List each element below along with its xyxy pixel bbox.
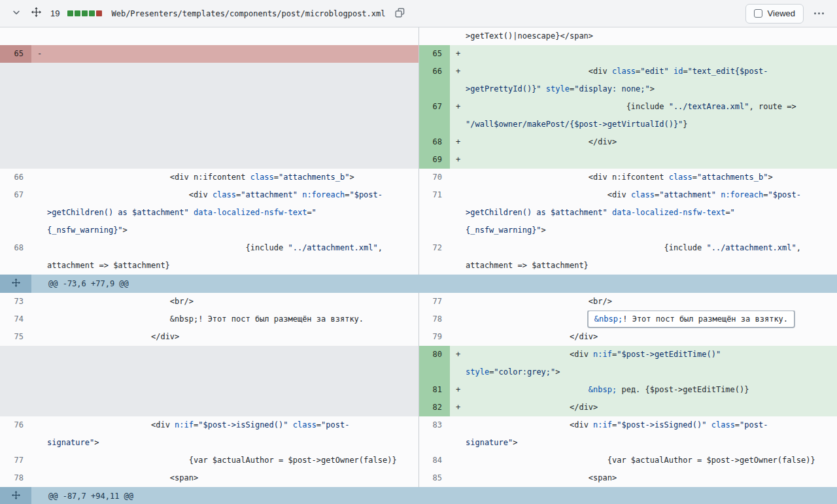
diff-row: attachment => $attachment}attachment => … [0,257,837,275]
code-token: {_nsfw_warning}" [466,226,541,235]
line-number[interactable]: 85 [418,469,450,487]
hunk-header: @@ -73,6 +77,9 @@ [31,275,837,293]
line-number[interactable]: 68 [418,133,450,151]
diffstat-square [67,10,73,16]
line-number [0,399,31,416]
line-number[interactable]: 66 [418,63,450,80]
diff-row: 67 <div class="attachment" n:foreach="$p… [0,186,837,204]
diff-row: 82+ </div> [0,399,837,416]
line-number [0,363,31,381]
line-number[interactable]: 77 [0,452,31,469]
line-number [418,222,450,239]
copy-icon [395,8,405,20]
line-number[interactable]: 67 [0,186,31,204]
code-line: >getChildren() as $attachment" data-loca… [450,204,837,222]
code-token: > [123,226,128,235]
diffstat-square [82,10,88,16]
code-token: attachment => $attachment} [466,261,589,270]
code-line: <span> [31,469,418,487]
page: { "header": { "changes_count": "19", "fi… [0,0,837,504]
code-token: <br/> [170,297,194,306]
line-number[interactable]: 65 [418,45,450,63]
chevron-down-icon [12,8,21,19]
expand-hunk-button[interactable] [0,487,31,504]
code-token: signature" [47,438,94,447]
addition-marker: + [456,151,460,169]
code-token: {include [245,243,288,252]
diff-row: 69+ [0,151,837,169]
line-number[interactable]: 69 [418,151,450,169]
line-number[interactable]: 73 [0,293,31,311]
line-number[interactable]: 76 [0,416,31,434]
code-token: = [316,420,321,429]
line-number [0,116,31,133]
line-number[interactable]: 75 [0,328,31,346]
diffstat-square [75,10,80,16]
code-token: <div [151,420,175,429]
code-token: {var $actualAuthor = $post->getOwner(fal… [607,456,815,465]
line-number[interactable]: 80 [418,346,450,363]
collapse-file-button[interactable] [10,7,22,20]
code-token: <div [607,190,631,199]
code-line: + {include "../textArea.xml", route => [450,98,837,116]
code-token: class [250,173,274,182]
line-number[interactable]: 77 [418,293,450,311]
line-number[interactable]: 66 [0,169,31,186]
code-token: signature" [466,438,513,447]
line-number[interactable]: 78 [0,469,31,487]
line-number[interactable]: 68 [0,239,31,257]
diffstat [67,10,102,16]
code-token: "$post->isSigned()" [617,420,706,429]
line-number[interactable]: 78 [418,311,450,328]
diff-row: 78 <span>85 <span> [0,469,837,487]
code-token: style [466,367,489,377]
code-token: "../attachment.xml" [288,243,377,252]
addition-marker: + [456,346,460,363]
code-token: "$post- [349,190,383,199]
copy-path-button[interactable] [394,7,406,21]
code-token: > [541,226,546,235]
diff-row: >getText()|noescape}</span> [0,27,837,45]
drag-handle[interactable] [30,6,43,21]
line-number[interactable]: 82 [418,399,450,416]
code-token: "/wall$owner/makePost/{$post->getVirtual… [466,120,683,129]
code-token: <br/> [589,297,612,306]
code-line: + [450,45,837,63]
code-token: "post- [740,420,768,429]
code-token: "$post->isSigned()" [198,420,288,429]
code-token: "color:grey;" [494,367,555,377]
expand-hunk-button[interactable] [0,275,31,293]
code-token: class [213,190,236,199]
code-token: "edit" [640,67,668,76]
line-number[interactable]: 70 [418,169,450,186]
more-options-button[interactable] [811,10,827,17]
viewed-toggle-button[interactable]: Viewed [745,4,804,24]
code-line: <div class="attachment" n:foreach="$post… [450,186,837,204]
code-line [31,151,418,169]
line-number[interactable]: 81 [418,381,450,399]
highlighted-code: &nbsp;! Этот пост был размещён за взятку… [589,311,794,327]
code-token: ред. {$post->getEditTime()} [617,385,749,394]
addition-marker: + [456,45,460,63]
line-number[interactable]: 72 [418,239,450,257]
code-line [31,399,418,416]
diff-row: 65-65+ [0,45,837,63]
code-token: > [349,173,354,182]
line-number [0,27,31,45]
code-line: {var $actualAuthor = $post->getOwner(fal… [450,452,837,469]
code-token: class [711,420,735,429]
line-number[interactable]: 65 [0,45,31,63]
code-line: <br/> [31,293,418,311]
line-number [418,363,450,381]
line-number[interactable]: 74 [0,311,31,328]
hunk-header: @@ -87,7 +94,11 @@ [31,487,837,504]
code-token: id [674,67,683,76]
code-line: {include "../attachment.xml", [450,239,837,257]
line-number[interactable]: 84 [418,452,450,469]
line-number[interactable]: 83 [418,416,450,434]
code-token: >getText()|noescape}</span> [466,31,593,41]
line-number[interactable]: 67 [418,98,450,116]
line-number[interactable]: 71 [418,186,450,204]
line-number[interactable]: 79 [418,328,450,346]
line-number [418,434,450,452]
